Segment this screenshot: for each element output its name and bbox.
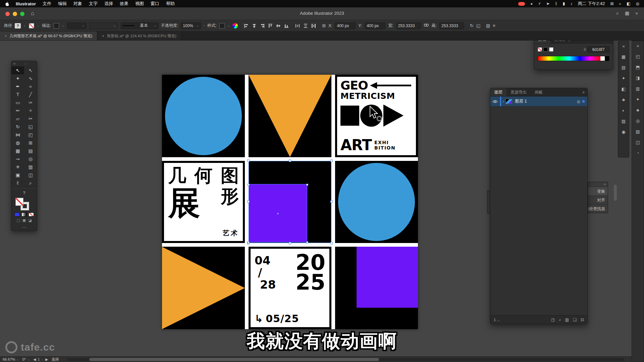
align-right-icon[interactable] [260, 23, 265, 28]
next-artboard-icon[interactable]: ▶ [45, 357, 48, 362]
selection-handle-bm[interactable] [289, 242, 291, 244]
type-tool[interactable]: T [11, 90, 24, 99]
rotation-control[interactable]: 0°⌄ [22, 357, 30, 361]
tile-orange-triangle-right[interactable] [162, 247, 245, 329]
control-center-icon[interactable]: ◧ [627, 1, 630, 6]
siri-icon[interactable]: ◎ [636, 1, 639, 6]
workspace-switcher-icon[interactable]: ▦ [625, 10, 629, 16]
graphic-style-swatch[interactable] [219, 23, 225, 28]
stroke-weight-dropdown[interactable]: ⌄ [67, 22, 87, 29]
tab-layers[interactable]: 图层 [490, 88, 506, 96]
layer-visibility-toggle[interactable] [490, 97, 500, 106]
panel-menu-icon[interactable]: ≡ [583, 90, 585, 94]
spotlight-icon[interactable]: ⌕ [619, 1, 621, 6]
hex-value-field[interactable]: 6d16f7 [587, 46, 609, 53]
document-tab-active[interactable]: × 几何图形艺术展.ai* @ 66.67 % (RGB/CPU 预览) [0, 32, 97, 40]
menu-effect[interactable]: 效果 [120, 1, 128, 7]
battery-icon[interactable]: ▮ [563, 1, 565, 6]
stroke-color-swatch[interactable] [54, 23, 59, 28]
curvature-tool[interactable]: ≈ [24, 82, 37, 90]
brushes-panel-icon[interactable]: ▤ [622, 65, 626, 71]
stroke-panel-icon[interactable]: ◧ [622, 86, 626, 92]
anchor-point-tl[interactable] [248, 184, 250, 186]
symbol-sprayer-tool[interactable]: ✳ [11, 163, 24, 171]
eraser-tool[interactable]: ▱ [11, 115, 24, 123]
dock-expand-icon[interactable]: « [622, 43, 625, 49]
opacity-expand-icon[interactable]: › [204, 24, 205, 27]
menu-bar-clock[interactable]: 周二 下午2:42 [578, 1, 605, 7]
selection-handle-tm[interactable] [289, 160, 291, 162]
flashlight-icon[interactable]: ⚡ [538, 1, 541, 6]
slice-tool[interactable]: ◫ [24, 171, 37, 179]
y-position-field[interactable]: 400 px [365, 22, 385, 29]
shape-builder-tool[interactable]: ◍ [11, 139, 24, 147]
column-graph-tool[interactable]: ▥ [24, 163, 37, 171]
tab-artboards[interactable]: 画板 [531, 88, 547, 96]
distribute-vertical-icon[interactable] [303, 23, 308, 28]
width-tool[interactable]: ⋈ [11, 131, 24, 139]
menu-view[interactable]: 视图 [135, 1, 144, 7]
fill-swatch[interactable] [15, 198, 23, 206]
draw-behind-icon[interactable]: ▣ [22, 218, 26, 223]
transparency-panel-icon[interactable]: ▧ [636, 129, 640, 135]
align-center-horizontal-icon[interactable] [252, 23, 257, 28]
scissors-tool[interactable]: ✂ [24, 115, 37, 123]
menu-file[interactable]: 文件 [43, 1, 51, 7]
menu-object[interactable]: 对象 [73, 1, 82, 7]
constrain-proportions-link-icon[interactable] [424, 23, 429, 28]
docked-tab-align[interactable]: 对齐 [588, 195, 608, 204]
search-layers-icon[interactable]: ⌕ [559, 317, 561, 322]
shaper-tool[interactable]: ✧ [24, 107, 37, 115]
menu-help[interactable]: 帮助 [166, 1, 175, 7]
brush-definition-dropdown[interactable]: 基本⌄ [121, 22, 158, 29]
pathfinder-panel-icon[interactable]: ♣ [622, 97, 625, 103]
hand-tool[interactable]: ✌ [11, 179, 24, 187]
slice-panel-icon[interactable]: ◫ [636, 139, 640, 145]
swatches-panel-icon[interactable]: ▦ [622, 54, 626, 60]
docked-tab-pathfinder[interactable]: 路径查找器 [588, 204, 608, 213]
close-icon[interactable]: × [13, 62, 15, 66]
none-swatch[interactable] [538, 47, 542, 52]
gradient-tool[interactable]: ▤ [24, 147, 37, 155]
help-icon[interactable]: ? [11, 190, 37, 196]
app-menu-illustrator[interactable]: Illustrator [16, 1, 36, 6]
rotate-icon[interactable]: ↻ [470, 23, 474, 28]
pen-tool[interactable]: ✒ [11, 82, 24, 90]
selection-center-point[interactable] [277, 213, 279, 215]
menu-type[interactable]: 文字 [89, 1, 98, 7]
tile-blue-circle-2[interactable] [335, 161, 418, 243]
artboard-tool[interactable]: ▣ [11, 171, 24, 179]
anchor-point-tr[interactable] [306, 184, 308, 186]
transparency-panel-icon[interactable]: ▨ [622, 118, 626, 124]
white-swatch[interactable] [549, 47, 553, 52]
search-icon[interactable]: ⌕ [616, 10, 619, 16]
direct-selection-tool[interactable]: ↖ [24, 66, 37, 74]
symbols-panel-icon[interactable]: ✦ [636, 97, 640, 103]
apple-menu-icon[interactable] [5, 1, 9, 6]
recording-indicator[interactable] [518, 2, 525, 6]
layer-row-selected[interactable]: › 图层 1 ◎ [490, 97, 587, 107]
black-swatch[interactable] [543, 47, 548, 52]
gradient-panel-icon[interactable]: ◐ [622, 108, 625, 114]
shape-properties-badge[interactable]: ? [15, 23, 21, 28]
libraries-panel-icon[interactable]: ⬒ [636, 64, 640, 70]
blend-panel-icon[interactable]: ◎ [636, 118, 640, 124]
selection-handle-ml[interactable] [247, 200, 250, 203]
fill-color-swatch[interactable] [29, 23, 34, 28]
orange-triangle-right-shape[interactable] [162, 247, 245, 329]
horizontal-scrollbar[interactable] [67, 358, 624, 361]
zoom-level-control[interactable]: 66.67%⌄ [3, 357, 19, 361]
graph-panel-icon[interactable]: ▥ [636, 86, 640, 92]
mesh-tool[interactable]: ▦ [11, 147, 24, 155]
tile-purple-square-2[interactable] [335, 247, 418, 329]
selection-handle-tl[interactable] [247, 160, 250, 162]
height-field[interactable]: 253.3333 [439, 22, 464, 29]
spectrum-white[interactable] [600, 56, 605, 61]
make-mask-icon[interactable]: ▧ [565, 317, 569, 322]
paintbrush-tool[interactable]: ✑ [24, 99, 37, 107]
tile-orange-triangle-down[interactable] [249, 75, 331, 157]
blue-circle-shape[interactable] [165, 77, 242, 155]
volume-icon[interactable]: ♪ [570, 1, 572, 6]
pathfinder-panel-icon[interactable]: ♣ [636, 107, 639, 113]
x-position-field[interactable]: 400 px [335, 22, 356, 29]
